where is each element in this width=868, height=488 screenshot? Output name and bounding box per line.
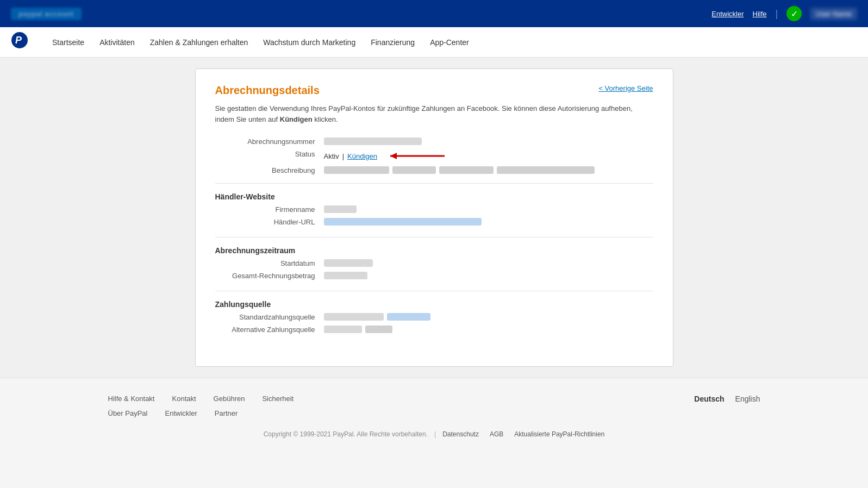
lang-deutsch[interactable]: Deutsch: [694, 395, 724, 403]
user-name: User Name: [810, 8, 857, 20]
desc-blur-2: [392, 166, 436, 174]
footer-legal-links: Datenschutz AGB Aktualisierte PayPal-Ric…: [442, 430, 604, 438]
alternative-value: [324, 326, 392, 333]
nav-aktivitaeten[interactable]: Aktivitäten: [99, 38, 135, 47]
haendler-section: Händler-Website Firmenname Händler-URL: [215, 192, 653, 226]
kundigen-link[interactable]: Kündigen: [347, 152, 377, 160]
top-bar-actions: Entwickler Hilfe | ✓ User Name: [711, 6, 857, 21]
beschreibung-label: Beschreibung: [215, 166, 324, 174]
abrechnungsnummer-value: [324, 137, 422, 145]
main-area: Abrechnungsdetails < Vorherige Seite Sie…: [0, 58, 868, 378]
desc-blur-1: [324, 166, 389, 174]
alt-blur-1: [324, 326, 362, 333]
beschreibung-value: [324, 166, 595, 174]
gesamt-row: Gesamt-Rechnungsbetrag: [215, 272, 653, 280]
startdatum-value: [324, 259, 373, 267]
firmenname-label: Firmenname: [215, 205, 324, 214]
nav-bar: P Startseite Aktivitäten Zahlen & Zahlun…: [0, 27, 868, 58]
footer-richtlinien[interactable]: Aktualisierte PayPal-Richtlinien: [514, 430, 604, 438]
paypal-logo: P: [11, 32, 28, 53]
haendler-url-row: Händler-URL: [215, 218, 653, 226]
alternative-label: Alternative Zahlungsquelle: [215, 326, 324, 334]
abrechnungszeitraum-section: Abrechnungszeitraum Startdatum Gesamt-Re…: [215, 246, 653, 280]
developer-link[interactable]: Entwickler: [711, 10, 744, 18]
abrechnungsnummer-blurred: [324, 137, 422, 145]
nav-zahlen[interactable]: Zahlen & Zahlungen erhalten: [150, 38, 248, 47]
nav-app-center[interactable]: App-Center: [430, 38, 469, 47]
haendler-url-value: [324, 218, 482, 226]
footer-entwickler[interactable]: Entwickler: [165, 409, 197, 417]
footer: Hilfe & Kontakt Kontakt Gebühren Sicherh…: [0, 378, 868, 449]
firmenname-row: Firmenname: [215, 205, 653, 214]
footer-copyright: Copyright © 1999-2021 PayPal. Alle Recht…: [11, 430, 857, 438]
back-link[interactable]: < Vorherige Seite: [598, 84, 653, 92]
desc-blur-4: [497, 166, 595, 174]
status-label: Status: [215, 150, 324, 158]
status-row: Status Aktiv | Kündigen: [215, 150, 653, 162]
divider-1: [215, 183, 653, 184]
footer-row-1: Hilfe & Kontakt Kontakt Gebühren Sicherh…: [108, 395, 294, 403]
svg-text:P: P: [15, 35, 22, 46]
footer-ueber[interactable]: Über PayPal: [108, 409, 148, 417]
content-card: Abrechnungsdetails < Vorherige Seite Sie…: [195, 68, 673, 367]
abrechnungsnummer-row: Abrechnungsnummer: [215, 137, 653, 146]
zahlungsquelle-section: Zahlungsquelle Standardzahlungsquelle Al…: [215, 300, 653, 334]
top-bar: paypal account Entwickler Hilfe | ✓ User…: [0, 0, 868, 27]
footer-sicherheit[interactable]: Sicherheit: [262, 395, 294, 403]
avatar-icon: ✓: [786, 6, 802, 21]
account-badge: paypal account: [11, 8, 82, 20]
gesamt-blurred: [324, 272, 367, 279]
haendler-url-label: Händler-URL: [215, 218, 324, 226]
gesamt-value: [324, 272, 367, 279]
abrechnungsnummer-label: Abrechnungsnummer: [215, 137, 324, 146]
red-arrow-indicator: [385, 150, 450, 162]
card-description: Sie gestatten die Verwendung Ihres PayPa…: [215, 103, 653, 124]
standardzahlungsquelle-label: Standardzahlungsquelle: [215, 313, 324, 321]
status-value: Aktiv | Kündigen: [324, 150, 451, 162]
desc-blur-3: [439, 166, 494, 174]
startdatum-row: Startdatum: [215, 259, 653, 267]
nav-finanzierung[interactable]: Finanzierung: [371, 38, 415, 47]
footer-links: Hilfe & Kontakt Kontakt Gebühren Sicherh…: [108, 395, 760, 417]
divider-3: [215, 291, 653, 291]
startdatum-blurred: [324, 259, 373, 267]
footer-datenschutz[interactable]: Datenschutz: [442, 430, 479, 438]
status-aktiv: Aktiv: [324, 152, 339, 160]
std-blur-1: [324, 313, 384, 321]
footer-right: Deutsch English: [694, 395, 760, 403]
divider-2: [215, 237, 653, 237]
footer-gebuehren[interactable]: Gebühren: [214, 395, 245, 403]
help-link[interactable]: Hilfe: [753, 10, 767, 18]
haendler-section-label: Händler-Website: [215, 192, 653, 201]
lang-english[interactable]: English: [735, 395, 760, 403]
nav-startseite[interactable]: Startseite: [52, 38, 84, 47]
alternative-row: Alternative Zahlungsquelle: [215, 326, 653, 334]
standardzahlungsquelle-value: [324, 313, 430, 321]
card-header: Abrechnungsdetails < Vorherige Seite: [215, 84, 653, 97]
haendler-url-blurred: [324, 218, 482, 226]
footer-sep: |: [434, 430, 436, 438]
status-sep: |: [342, 152, 344, 160]
footer-hilfe[interactable]: Hilfe & Kontakt: [108, 395, 155, 403]
abrechnungszeitraum-section-label: Abrechnungszeitraum: [215, 246, 653, 255]
zahlungsquelle-section-label: Zahlungsquelle: [215, 300, 653, 309]
footer-agb[interactable]: AGB: [490, 430, 503, 438]
firmenname-blurred: [324, 205, 357, 213]
footer-partner[interactable]: Partner: [215, 409, 238, 417]
card-title: Abrechnungsdetails: [215, 84, 320, 97]
alt-blur-2: [365, 326, 392, 333]
nav-wachstum[interactable]: Wachstum durch Marketing: [263, 38, 355, 47]
startdatum-label: Startdatum: [215, 259, 324, 267]
footer-left: Hilfe & Kontakt Kontakt Gebühren Sicherh…: [108, 395, 294, 417]
gesamt-label: Gesamt-Rechnungsbetrag: [215, 272, 324, 280]
footer-kontakt[interactable]: Kontakt: [172, 395, 196, 403]
firmenname-value: [324, 205, 357, 213]
divider: |: [776, 8, 778, 20]
std-blur-2: [387, 313, 430, 321]
standardzahlungsquelle-row: Standardzahlungsquelle: [215, 313, 653, 321]
footer-row-2: Über PayPal Entwickler Partner: [108, 409, 294, 417]
svg-marker-3: [390, 153, 397, 159]
beschreibung-row: Beschreibung: [215, 166, 653, 174]
